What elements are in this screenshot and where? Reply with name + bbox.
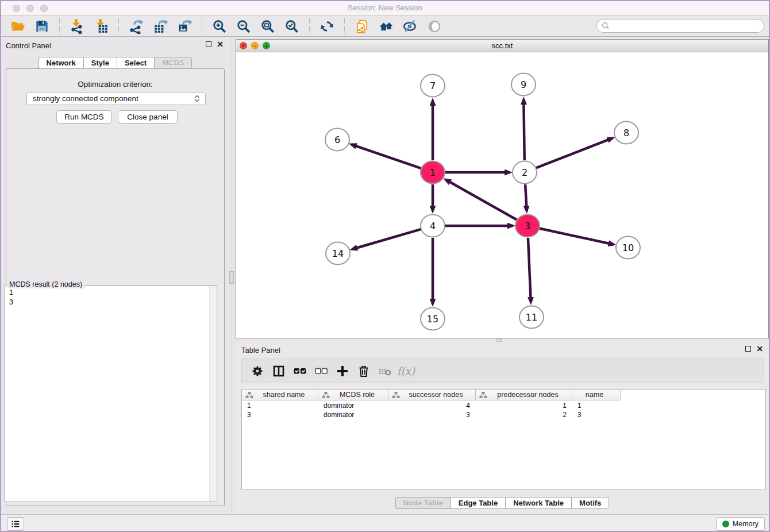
- node-label: 7: [430, 80, 436, 91]
- tab-select[interactable]: Select: [117, 57, 154, 69]
- network-canvas[interactable]: 1234678910111415: [236, 52, 768, 338]
- import-table-icon[interactable]: [91, 18, 111, 35]
- cell[interactable]: 3: [572, 410, 621, 419]
- add-column-icon[interactable]: [332, 361, 353, 381]
- result-scrollbar[interactable]: [209, 286, 216, 501]
- node-2[interactable]: 2: [513, 161, 537, 184]
- node-label: 10: [622, 242, 634, 253]
- tab-node-table[interactable]: Node Table: [395, 497, 451, 509]
- edge-3-11[interactable]: [528, 238, 531, 302]
- cell[interactable]: 4: [388, 401, 476, 410]
- memory-button[interactable]: Memory: [716, 517, 765, 531]
- cell[interactable]: 1: [476, 401, 572, 410]
- network-graph[interactable]: 1234678910111415: [236, 52, 768, 338]
- search-input[interactable]: [610, 20, 764, 32]
- edge-3-10[interactable]: [540, 228, 614, 244]
- settings-gear-icon[interactable]: [247, 361, 268, 381]
- search-box[interactable]: [596, 19, 764, 33]
- column-header-predecessor-nodes[interactable]: predecessor nodes: [476, 390, 572, 400]
- zoom-fit-icon[interactable]: [257, 18, 278, 35]
- network-view-window: ✕ – + scc.txt 1234678910111415: [236, 39, 769, 338]
- export-image-icon[interactable]: [174, 18, 195, 35]
- edge-1-6[interactable]: [352, 144, 422, 168]
- hide-graphics-icon[interactable]: [400, 18, 421, 35]
- node-label: 8: [623, 128, 629, 138]
- column-header-shared-name[interactable]: shared name: [242, 390, 318, 400]
- open-file-icon[interactable]: [7, 18, 28, 35]
- tab-network[interactable]: Network: [38, 57, 83, 69]
- table-row[interactable]: 3dominator323: [242, 410, 765, 419]
- table-panel: Table Panel ✕ f(x) shared nameMCDS roles…: [236, 342, 769, 514]
- tab-network-table[interactable]: Network Table: [505, 497, 571, 509]
- node-8[interactable]: 8: [614, 122, 638, 144]
- apply-layout-icon[interactable]: [317, 18, 337, 35]
- cell[interactable]: 2: [476, 410, 572, 419]
- float-table-panel-icon[interactable]: [745, 346, 751, 352]
- cell[interactable]: dominator: [318, 410, 388, 419]
- attribute-icon: [245, 391, 253, 399]
- toolbar-separator: [344, 18, 345, 34]
- edge-2-8[interactable]: [536, 138, 613, 168]
- clone-network-icon[interactable]: [352, 18, 372, 35]
- node-4[interactable]: 4: [421, 215, 445, 237]
- home-icon[interactable]: [376, 18, 396, 35]
- tab-edge-table[interactable]: Edge Table: [451, 497, 505, 509]
- run-mcds-button[interactable]: Run MCDS: [56, 110, 112, 124]
- delete-column-icon[interactable]: [353, 361, 374, 381]
- function-builder-icon: f(x): [395, 361, 417, 381]
- zoom-in-icon[interactable]: [209, 18, 230, 35]
- delete-table-icon: [374, 361, 395, 381]
- tab-motifs[interactable]: Motifs: [571, 497, 609, 509]
- network-window-titlebar[interactable]: ✕ – + scc.txt: [236, 40, 768, 52]
- select-all-icon[interactable]: [289, 361, 310, 381]
- node-label: 4: [430, 221, 436, 232]
- column-header-MCDS-role[interactable]: MCDS role: [318, 390, 388, 400]
- cell[interactable]: 3: [242, 410, 318, 419]
- column-header-successor-nodes[interactable]: successor nodes: [388, 390, 476, 400]
- node-1[interactable]: 1: [421, 161, 445, 184]
- node-3[interactable]: 3: [515, 215, 540, 237]
- task-history-button[interactable]: [7, 517, 24, 531]
- cell[interactable]: dominator: [318, 401, 388, 410]
- node-14[interactable]: 14: [326, 242, 350, 265]
- export-network-icon[interactable]: [126, 18, 147, 35]
- table-tabs: Node TableEdge TableNetwork TableMotifs: [236, 497, 769, 509]
- table-row[interactable]: 1dominator411: [242, 401, 765, 410]
- deselect-all-icon[interactable]: [310, 361, 332, 381]
- control-panel-title: Control Panel: [6, 41, 225, 52]
- node-9[interactable]: 9: [511, 74, 536, 96]
- node-label: 15: [427, 314, 438, 325]
- zoom-out-icon[interactable]: [233, 18, 254, 35]
- export-table-icon[interactable]: [150, 18, 171, 35]
- close-table-panel-icon[interactable]: ✕: [756, 346, 763, 352]
- vertical-splitter-handle[interactable]: [229, 271, 234, 284]
- cell[interactable]: 1: [242, 401, 318, 410]
- close-panel-button[interactable]: Close panel: [118, 110, 178, 124]
- cell[interactable]: 1: [572, 401, 621, 410]
- node-11[interactable]: 11: [519, 306, 544, 329]
- memory-label: Memory: [733, 520, 759, 528]
- node-7[interactable]: 7: [421, 75, 445, 97]
- edge-3-1[interactable]: [446, 180, 517, 220]
- close-panel-icon[interactable]: ✕: [217, 41, 224, 47]
- save-session-icon[interactable]: [32, 18, 52, 35]
- tab-mcds[interactable]: MCDS: [154, 57, 192, 69]
- node-6[interactable]: 6: [325, 129, 349, 151]
- column-header-name[interactable]: name: [572, 390, 621, 400]
- tab-style[interactable]: Style: [83, 57, 117, 69]
- node-10[interactable]: 10: [616, 237, 640, 259]
- edge-4-14[interactable]: [352, 229, 421, 249]
- edge-2-9[interactable]: [523, 99, 524, 160]
- import-network-icon[interactable]: [67, 18, 87, 35]
- optimization-criterion-select[interactable]: strongly connected component: [26, 92, 206, 105]
- node-15[interactable]: 15: [421, 308, 445, 330]
- float-panel-icon[interactable]: [206, 41, 211, 47]
- toolbar-separator: [202, 18, 202, 34]
- node-label: 1: [430, 167, 436, 178]
- attribute-icon: [479, 391, 487, 399]
- split-view-icon[interactable]: [268, 361, 289, 381]
- zoom-selected-icon[interactable]: [282, 18, 302, 35]
- search-icon: [602, 22, 610, 30]
- edge-2-3[interactable]: [525, 184, 526, 211]
- cell[interactable]: 3: [388, 410, 476, 419]
